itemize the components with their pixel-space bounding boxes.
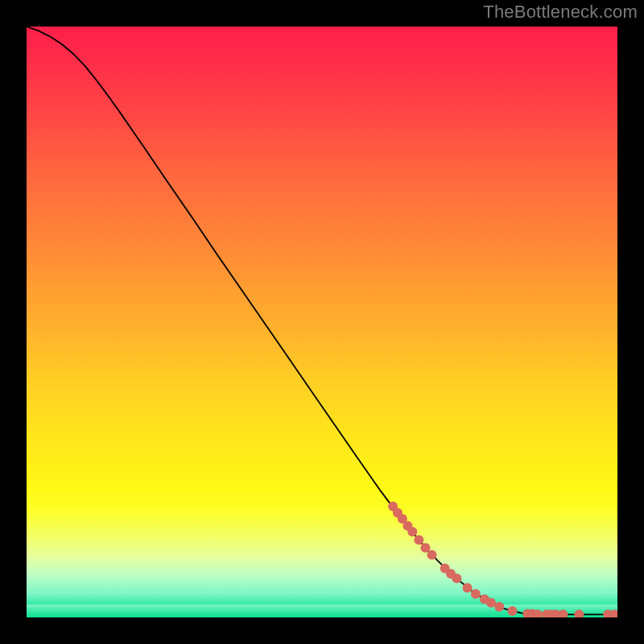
data-marker [420,543,430,552]
data-marker [427,550,437,559]
data-marker [494,602,504,612]
data-marker [463,583,473,592]
chart-svg [27,27,617,617]
data-markers [388,502,617,617]
data-marker [414,535,423,545]
watermark-text: TheBottleneck.com [483,2,638,23]
data-marker [486,598,496,608]
data-marker [558,609,568,617]
data-marker [507,606,517,616]
data-marker [407,527,417,537]
data-marker [452,574,461,584]
data-marker [574,609,584,617]
data-marker [471,589,481,599]
bottleneck-curve [27,27,617,614]
plot-area [27,27,617,617]
